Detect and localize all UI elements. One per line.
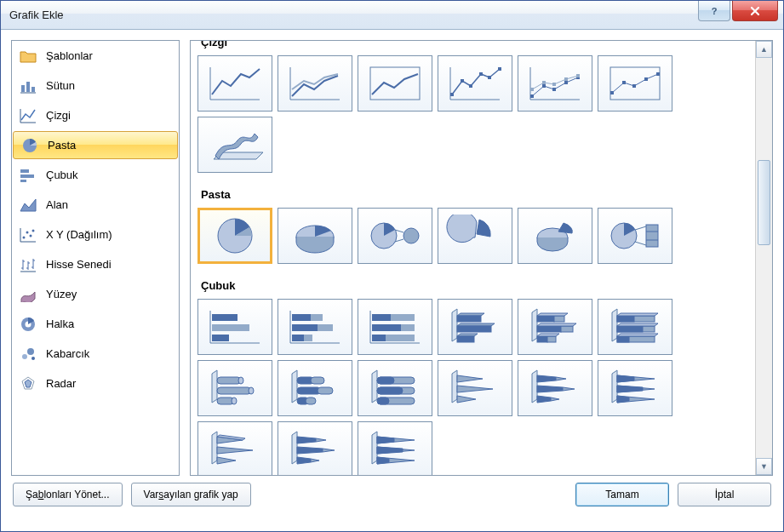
ok-button[interactable]: Tamam (575, 483, 669, 506)
svg-point-43 (403, 228, 419, 243)
svg-rect-31 (552, 83, 556, 86)
scroll-up-arrow[interactable]: ▲ (756, 41, 772, 58)
window-controls: ? (698, 1, 783, 21)
svg-rect-74 (617, 326, 643, 332)
cancel-button[interactable]: İptal (678, 483, 771, 506)
svg-point-14 (22, 354, 27, 359)
chart-thumb-bar-cylinder[interactable] (197, 360, 272, 416)
sidebar-item-folder[interactable]: Şablonlar (12, 41, 179, 71)
chart-thumb-line-basic[interactable] (197, 55, 272, 112)
svg-rect-54 (292, 335, 304, 341)
svg-rect-47 (212, 314, 237, 321)
chart-thumb-bar-cone-100[interactable] (598, 360, 672, 416)
set-default-chart-button[interactable]: Varsayılan grafik yap (131, 483, 251, 506)
svg-rect-67 (537, 326, 561, 332)
svg-rect-61 (372, 335, 386, 341)
svg-rect-34 (610, 67, 660, 100)
svg-rect-24 (530, 94, 534, 98)
line-icon (19, 106, 37, 125)
chart-thumb-line-3d[interactable] (197, 117, 272, 173)
svg-point-78 (238, 377, 243, 384)
help-button[interactable]: ? (698, 1, 730, 21)
scroll-down-arrow[interactable]: ▼ (756, 458, 772, 475)
svg-rect-77 (217, 377, 241, 384)
sidebar-item-surface[interactable]: Yüzey (12, 279, 179, 309)
sidebar-item-line[interactable]: Çizgi (12, 100, 179, 130)
svg-rect-3 (31, 87, 35, 92)
chart-thumb-pie-exploded-3d[interactable] (518, 208, 592, 264)
chart-thumb-bar-3d-100stacked[interactable] (598, 299, 672, 355)
svg-rect-69 (537, 336, 547, 342)
svg-point-9 (26, 231, 29, 233)
svg-rect-62 (457, 316, 481, 322)
titlebar: Grafik Ekle ? (1, 1, 783, 30)
sidebar-item-doughnut[interactable]: Halka (12, 309, 179, 339)
svg-text:?: ? (712, 6, 718, 16)
category-header: Pasta (197, 181, 748, 206)
sidebar-item-label: Çubuk (46, 169, 78, 181)
svg-rect-86 (318, 387, 333, 394)
sidebar-item-radar[interactable]: Radar (12, 369, 179, 398)
pie-icon (20, 136, 39, 155)
svg-point-8 (23, 236, 26, 238)
svg-point-16 (31, 357, 35, 360)
category-header: Çizgi (197, 41, 748, 54)
chart-thumb-bar-pyramid-100[interactable] (358, 421, 432, 475)
svg-rect-72 (617, 316, 634, 322)
chart-thumb-bar-cylinder-stacked[interactable] (278, 360, 352, 416)
svg-point-11 (32, 229, 35, 232)
chart-category-sidebar: ŞablonlarSütunÇizgiPastaÇubukAlanX Y (Da… (11, 40, 180, 476)
sidebar-item-area[interactable]: Alan (12, 190, 179, 220)
chart-thumb-bar-100stacked[interactable] (358, 299, 432, 355)
chart-thumb-bar-cylinder-100[interactable] (358, 360, 432, 416)
dialog-footer: Şablonları Yönet... Varsayılan grafik ya… (1, 476, 783, 513)
chart-thumb-pie-exploded[interactable] (438, 208, 512, 264)
gallery-scrollbar[interactable]: ▲ ▼ (755, 41, 772, 475)
sidebar-item-pie[interactable]: Pasta (13, 131, 178, 159)
chart-thumb-line-stacked[interactable] (278, 55, 352, 112)
manage-templates-button[interactable]: Şablonları Yönet... (13, 483, 123, 506)
chart-thumb-bar-cone-stacked[interactable] (518, 360, 592, 416)
chart-thumb-line-stacked-markers[interactable] (518, 55, 592, 112)
category-header: Çubuk (197, 272, 748, 297)
stock-icon (19, 255, 37, 274)
scroll-thumb[interactable] (758, 160, 770, 245)
svg-point-15 (27, 348, 34, 355)
chart-thumb-pie-3d[interactable] (278, 208, 352, 264)
svg-rect-55 (304, 335, 312, 341)
radar-icon (19, 375, 37, 393)
thumb-row (197, 54, 748, 181)
sidebar-item-scatter[interactable]: X Y (Dağılım) (12, 220, 179, 249)
sidebar-item-bar[interactable]: Çubuk (12, 160, 179, 190)
chart-thumb-bar-cone[interactable] (438, 360, 512, 416)
chart-thumb-pie-basic[interactable] (197, 208, 272, 264)
svg-rect-70 (547, 336, 556, 342)
svg-rect-90 (377, 377, 394, 384)
chart-thumb-line-markers[interactable] (438, 55, 512, 112)
close-button[interactable] (732, 1, 778, 21)
chart-thumb-bar-3d-stacked[interactable] (518, 299, 592, 355)
chart-thumb-bar-stacked[interactable] (278, 299, 352, 355)
sidebar-item-label: Radar (46, 377, 76, 390)
chart-thumb-pie-of-pie[interactable] (358, 208, 432, 264)
sidebar-item-column[interactable]: Sütun (12, 71, 179, 100)
svg-rect-94 (377, 398, 389, 404)
chart-thumb-bar-pyramid[interactable] (197, 421, 272, 475)
sidebar-item-stock[interactable]: Hisse Senedi (12, 249, 179, 279)
sidebar-item-bubble[interactable]: Kabarcık (12, 339, 179, 369)
chart-thumb-bar-3d-clustered[interactable] (438, 299, 512, 355)
chart-thumb-bar-clustered[interactable] (197, 299, 272, 355)
svg-rect-27 (564, 81, 568, 84)
chart-thumb-bar-pyramid-stacked[interactable] (278, 421, 352, 475)
column-icon (19, 77, 37, 95)
chart-thumb-bar-of-pie[interactable] (598, 208, 672, 264)
chart-thumb-line-100-markers[interactable] (598, 55, 672, 112)
svg-rect-22 (488, 76, 491, 79)
svg-rect-79 (217, 387, 251, 394)
svg-rect-52 (292, 324, 318, 331)
svg-rect-33 (576, 74, 580, 77)
chart-thumb-line-100stacked[interactable] (358, 55, 432, 112)
svg-rect-92 (377, 387, 403, 394)
bar-icon (19, 166, 37, 185)
svg-point-80 (249, 387, 254, 394)
